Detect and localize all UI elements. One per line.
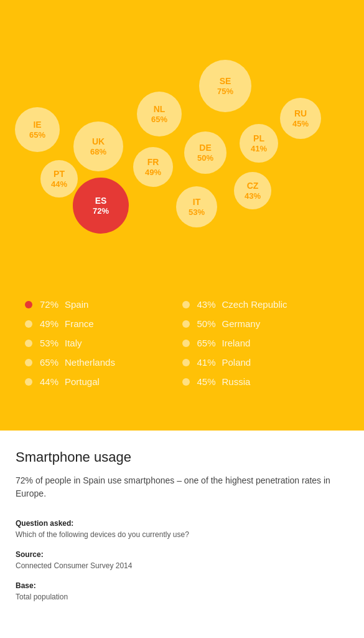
- bubble-it: IT53%: [176, 186, 217, 227]
- bubble-cz: CZ43%: [234, 172, 271, 209]
- bubble-code-es: ES: [95, 196, 107, 206]
- legend-item: 50%Germany: [182, 318, 340, 329]
- legend-left: 72%Spain49%France53%Italy65%Netherlands4…: [25, 299, 182, 387]
- bubble-pct-cz: 43%: [245, 191, 261, 201]
- bubble-uk: UK68%: [73, 121, 123, 171]
- legend-pct: 49%: [39, 318, 58, 329]
- legend-dot: [182, 301, 190, 308]
- bubble-code-it: IT: [193, 197, 200, 207]
- legend-name: Czech Republic: [222, 299, 287, 310]
- yellow-section: ES72%IE65%UK68%PT44%NL65%FR49%IT53%SE75%…: [0, 0, 364, 431]
- legend-pct: 50%: [196, 318, 216, 329]
- legend-dot: [182, 378, 190, 386]
- bubble-code-ie: IE: [33, 120, 41, 130]
- legend-pct: 41%: [196, 357, 216, 368]
- question-label: Question asked:: [16, 519, 348, 528]
- bubble-pct-fr: 49%: [145, 168, 161, 178]
- legend: 72%Spain49%France53%Italy65%Netherlands4…: [0, 287, 364, 406]
- bubble-de: DE50%: [184, 131, 226, 174]
- legend-item: 44%Portugal: [25, 376, 182, 387]
- legend-pct: 65%: [196, 338, 216, 348]
- bubble-pct-ru: 45%: [292, 119, 309, 129]
- legend-name: France: [65, 318, 94, 329]
- bubble-code-se: SE: [220, 76, 231, 87]
- legend-item: 65%Netherlands: [25, 357, 182, 368]
- source-block: Source: Connected Consumer Survey 2014: [16, 550, 348, 571]
- legend-pct: 65%: [39, 357, 58, 368]
- source-label: Source:: [16, 550, 348, 559]
- base-block: Base: Total population: [16, 581, 348, 602]
- base-label: Base:: [16, 581, 348, 590]
- bubble-code-pl: PL: [253, 133, 264, 144]
- legend-dot: [25, 378, 32, 386]
- legend-item: 41%Poland: [182, 357, 340, 368]
- legend-item: 65%Ireland: [182, 338, 340, 348]
- legend-name: Netherlands: [65, 357, 115, 368]
- bubble-pct-it: 53%: [189, 207, 205, 217]
- bubble-code-uk: UK: [92, 136, 105, 147]
- legend-name: Russia: [222, 376, 251, 387]
- bubble-ie: IE65%: [15, 107, 60, 152]
- bubble-pct-ie: 65%: [29, 130, 45, 140]
- section-title: Smartphone usage: [16, 449, 348, 465]
- legend-item: 45%Russia: [182, 376, 340, 387]
- legend-pct: 44%: [39, 376, 58, 387]
- legend-name: Poland: [222, 357, 251, 368]
- bubble-pct-se: 75%: [217, 87, 233, 97]
- legend-item: 49%France: [25, 318, 182, 329]
- legend-item: 53%Italy: [25, 338, 182, 348]
- bubble-code-ru: RU: [294, 108, 307, 119]
- bubble-code-nl: NL: [154, 104, 166, 115]
- bubble-nl: NL65%: [137, 92, 182, 136]
- bubble-pct-es: 72%: [93, 206, 109, 216]
- bubble-fr: FR49%: [133, 147, 173, 187]
- white-section: Smartphone usage 72% of people in Spain …: [0, 431, 364, 637]
- bubble-pt: PT44%: [40, 160, 78, 198]
- legend-dot: [182, 340, 190, 347]
- base-value: Total population: [16, 591, 348, 602]
- legend-right: 43%Czech Republic50%Germany65%Ireland41%…: [182, 299, 340, 387]
- section-desc: 72% of people in Spain use smartphones –…: [16, 474, 348, 500]
- legend-name: Spain: [65, 299, 88, 310]
- bubble-se: SE75%: [199, 60, 251, 112]
- bubble-chart: ES72%IE65%UK68%PT44%NL65%FR49%IT53%SE75%…: [0, 12, 364, 287]
- bubble-pct-uk: 68%: [90, 147, 106, 157]
- legend-dot: [182, 359, 190, 366]
- bubble-pl: PL41%: [240, 124, 278, 163]
- legend-pct: 43%: [196, 299, 216, 310]
- legend-name: Portugal: [65, 376, 100, 387]
- legend-dot: [25, 320, 32, 328]
- bubble-pct-de: 50%: [197, 153, 213, 163]
- legend-pct: 45%: [196, 376, 216, 387]
- legend-dot: [182, 320, 190, 328]
- bubble-ru: RU45%: [280, 98, 321, 139]
- legend-item: 43%Czech Republic: [182, 299, 340, 310]
- source-value: Connected Consumer Survey 2014: [16, 560, 348, 571]
- bubble-pct-nl: 65%: [151, 115, 167, 125]
- bubble-code-fr: FR: [147, 157, 159, 168]
- legend-dot: [25, 301, 32, 308]
- legend-name: Italy: [65, 338, 82, 348]
- bubble-es: ES72%: [73, 178, 129, 234]
- legend-item: 72%Spain: [25, 299, 182, 310]
- question-value: Which of the following devices do you cu…: [16, 529, 348, 540]
- legend-pct: 72%: [39, 299, 58, 310]
- legend-dot: [25, 359, 32, 366]
- legend-name: Ireland: [222, 338, 251, 348]
- bubble-pct-pt: 44%: [51, 179, 67, 189]
- bubble-code-pt: PT: [54, 169, 65, 179]
- bubble-code-de: DE: [199, 143, 211, 153]
- legend-dot: [25, 340, 32, 347]
- bubble-pct-pl: 41%: [251, 144, 267, 154]
- question-block: Question asked: Which of the following d…: [16, 519, 348, 540]
- bubble-code-cz: CZ: [247, 181, 259, 191]
- legend-name: Germany: [222, 318, 261, 329]
- legend-pct: 53%: [39, 338, 58, 348]
